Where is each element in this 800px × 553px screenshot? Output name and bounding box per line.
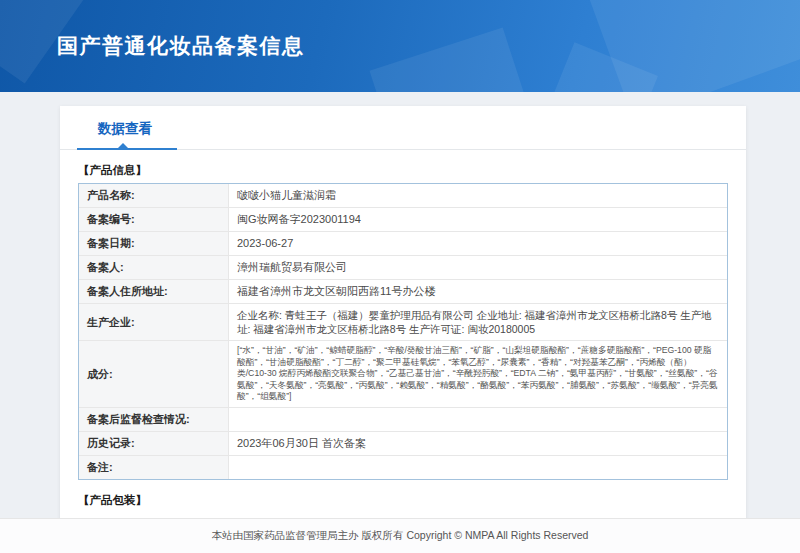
tab-active-caret-icon xyxy=(118,143,128,148)
row-value: 福建省漳州市龙文区朝阳西路11号办公楼 xyxy=(229,280,727,303)
row-label: 成分: xyxy=(79,341,229,406)
footer-text: 本站由国家药品监督管理局主办 版权所有 Copyright © NMPA All… xyxy=(212,529,589,543)
row-label: 备案日期: xyxy=(79,232,229,255)
row-value: 2023-06-27 xyxy=(229,232,727,255)
row-label: 备案人住所地址: xyxy=(79,280,229,303)
table-row: 备案后监督检查情况: xyxy=(79,407,727,431)
table-row: 成分: [“水”，“甘油”，“矿油”，“鲸蜡硬脂醇”，“辛酸/癸酸甘油三酯”，“… xyxy=(79,340,727,406)
tab-active-underline xyxy=(77,148,177,150)
row-label: 历史记录: xyxy=(79,432,229,455)
table-row: 备案日期: 2023-06-27 xyxy=(79,231,727,255)
packaging-section-title: 【产品包装】 xyxy=(78,493,728,508)
table-row: 历史记录: 2023年06月30日 首次备案 xyxy=(79,431,727,455)
row-label: 备案后监督检查情况: xyxy=(79,408,229,431)
table-row: 生产企业: 企业名称: 青蛙王子（福建）婴童护理用品有限公司 企业地址: 福建省… xyxy=(79,303,727,340)
table-row: 备案人住所地址: 福建省漳州市龙文区朝阳西路11号办公楼 xyxy=(79,279,727,303)
row-value: 啵啵小猫儿童滋润霜 xyxy=(229,184,727,207)
row-value: 企业名称: 青蛙王子（福建）婴童护理用品有限公司 企业地址: 福建省漳州市龙文区… xyxy=(229,304,727,340)
row-label: 生产企业: xyxy=(79,304,229,340)
page-header: 国产普通化妆品备案信息 xyxy=(0,0,800,92)
table-row: 备案人: 漳州瑞航贸易有限公司 xyxy=(79,255,727,279)
content-card: 数据查看 【产品信息】 产品名称: 啵啵小猫儿童滋润霜 备案编号: 闽G妆网备字… xyxy=(60,106,746,553)
product-info-section-title: 【产品信息】 xyxy=(78,163,728,178)
product-info-table: 产品名称: 啵啵小猫儿童滋润霜 备案编号: 闽G妆网备字2023001194 备… xyxy=(78,183,728,480)
row-label: 备注: xyxy=(79,456,229,479)
row-value: 2023年06月30日 首次备案 xyxy=(229,432,727,455)
row-label: 备案人: xyxy=(79,256,229,279)
table-row: 备注: xyxy=(79,455,727,479)
tab-data-view[interactable]: 数据查看 xyxy=(98,120,152,138)
row-value: 漳州瑞航贸易有限公司 xyxy=(229,256,727,279)
row-value: 闽G妆网备字2023001194 xyxy=(229,208,727,231)
row-value xyxy=(229,408,727,431)
row-value: [“水”，“甘油”，“矿油”，“鲸蜡硬脂醇”，“辛酸/癸酸甘油三酯”，“矿脂”，… xyxy=(229,341,727,406)
table-row: 产品名称: 啵啵小猫儿童滋润霜 xyxy=(79,184,727,207)
row-label: 备案编号: xyxy=(79,208,229,231)
page-footer: 本站由国家药品监督管理局主办 版权所有 Copyright © NMPA All… xyxy=(0,518,800,553)
row-value xyxy=(229,456,727,479)
row-label: 产品名称: xyxy=(79,184,229,207)
tab-bar: 数据查看 xyxy=(60,106,746,150)
table-row: 备案编号: 闽G妆网备字2023001194 xyxy=(79,207,727,231)
